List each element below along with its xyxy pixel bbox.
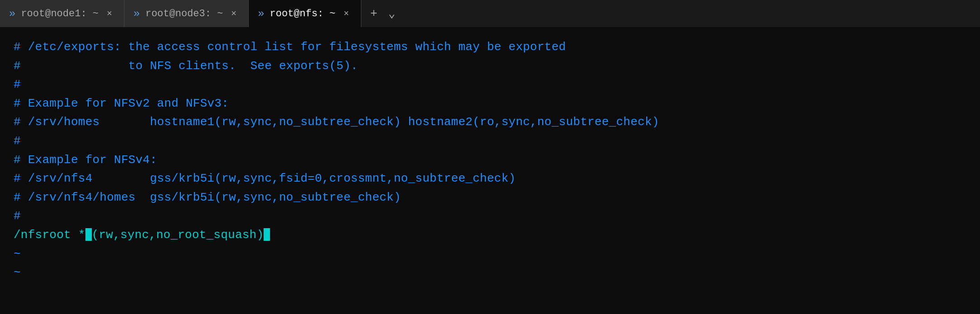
tab-node3-label: root@node3: ~ (145, 8, 223, 19)
cursor (85, 228, 92, 241)
dropdown-button[interactable]: ⌄ (383, 5, 400, 23)
terminal-body: # /etc/exports: the access control list … (0, 27, 980, 314)
terminal-line-6: # (14, 132, 966, 151)
terminal-line-13: ~ (14, 263, 966, 282)
powershell-icon-2: » (133, 8, 140, 20)
new-tab-button[interactable]: + (366, 5, 382, 22)
tab-actions: + ⌄ (366, 5, 400, 23)
terminal-line-5: # /srv/homes hostname1(rw,sync,no_subtre… (14, 113, 966, 132)
cursor-end (264, 228, 270, 241)
terminal-line-7: # Example for NFSv4: (14, 151, 966, 170)
terminal-line-2: # to NFS clients. See exports(5). (14, 57, 966, 76)
terminal-line-10: # (14, 207, 966, 226)
terminal-line-12: ~ (14, 245, 966, 264)
tab-node3-close[interactable]: × (228, 8, 239, 20)
tab-node1[interactable]: » root@node1: ~ × (0, 0, 124, 27)
tab-nfs-close[interactable]: × (341, 8, 352, 20)
terminal-line-4: # Example for NFSv2 and NFSv3: (14, 94, 966, 113)
tab-nfs[interactable]: » root@nfs: ~ × (249, 0, 361, 27)
powershell-icon-1: » (9, 8, 15, 20)
powershell-icon-3: » (258, 8, 264, 20)
terminal-line-1: # /etc/exports: the access control list … (14, 38, 966, 57)
terminal-line-11: /nfsroot *(rw,sync,no_root_squash) (14, 226, 966, 245)
tab-node3[interactable]: » root@node3: ~ × (124, 0, 249, 27)
title-bar: » root@node1: ~ × » root@node3: ~ × » ro… (0, 0, 980, 27)
terminal-line-8: # /srv/nfs4 gss/krb5i(rw,sync,fsid=0,cro… (14, 169, 966, 188)
terminal-line-9: # /srv/nfs4/homes gss/krb5i(rw,sync,no_s… (14, 188, 966, 207)
terminal-line-3: # (14, 75, 966, 94)
tab-node1-label: root@node1: ~ (21, 8, 99, 19)
tab-nfs-label: root@nfs: ~ (270, 8, 336, 19)
tab-node1-close[interactable]: × (104, 8, 115, 20)
